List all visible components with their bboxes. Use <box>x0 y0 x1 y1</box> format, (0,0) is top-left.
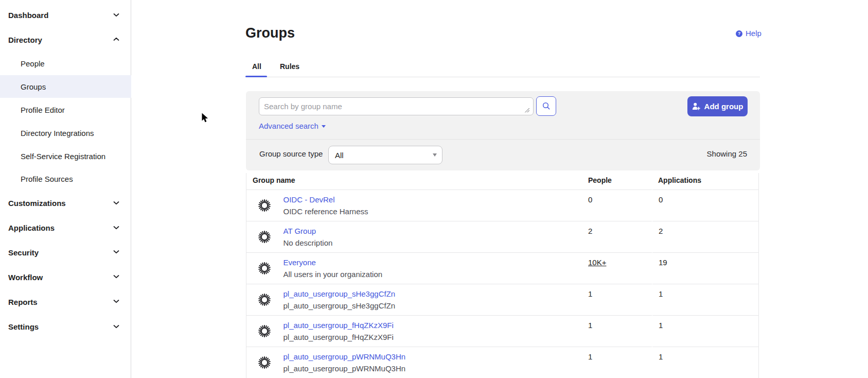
svg-text:?: ? <box>738 31 740 36</box>
